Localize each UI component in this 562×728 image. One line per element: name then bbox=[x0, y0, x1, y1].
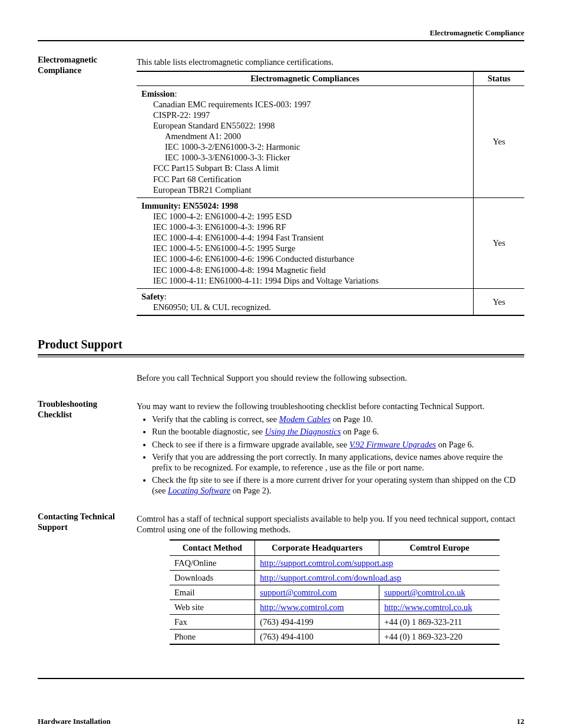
troubleshoot-intro: You may want to review the following tro… bbox=[137, 401, 524, 411]
section-heading-support: Product Support bbox=[38, 337, 524, 352]
troubleshoot-item: Verify that the cabling is correct, see … bbox=[152, 414, 524, 424]
link-email-hq[interactable]: support@comtrol.com bbox=[260, 588, 337, 597]
link-modem-cables[interactable]: Modem Cables bbox=[279, 414, 330, 424]
contact-intro: Comtrol has a staff of technical support… bbox=[137, 513, 524, 535]
contact-table: Contact Method Corporate Headquarters Co… bbox=[170, 539, 500, 645]
troubleshoot-item: Check to see if there is a firmware upgr… bbox=[152, 439, 524, 450]
footer-left: Hardware Installation bbox=[38, 717, 111, 726]
em-row-immunity-status: Yes bbox=[474, 197, 525, 288]
side-heading-troubleshoot: Troubleshooting Checklist bbox=[38, 398, 137, 420]
contact-head-eu: Comtrol Europe bbox=[379, 540, 500, 555]
contact-head-method: Contact Method bbox=[170, 540, 255, 555]
support-intro: Before you call Technical Support you sh… bbox=[137, 373, 524, 383]
link-locating-software[interactable]: Locating Software bbox=[168, 486, 230, 495]
table-row: Phone (763) 494-4100 +44 (0) 1 869-323-2… bbox=[170, 630, 500, 645]
contact-web-label: Web site bbox=[170, 599, 255, 614]
troubleshoot-item: Verify that you are addressing the port … bbox=[152, 452, 524, 473]
em-row-emission-status: Yes bbox=[474, 85, 525, 197]
link-firmware-upgrades[interactable]: V.92 Firmware Upgrades bbox=[349, 440, 436, 449]
troubleshoot-item: Run the bootable diagnostic, see Using t… bbox=[152, 426, 524, 437]
contact-faq-label: FAQ/Online bbox=[170, 555, 255, 570]
troubleshoot-list: Verify that the cabling is correct, see … bbox=[137, 414, 524, 496]
footer-rule bbox=[38, 678, 524, 679]
contact-fax-eu: +44 (0) 1 869-323-211 bbox=[379, 615, 500, 630]
table-row: Fax (763) 494-4199 +44 (0) 1 869-323-211 bbox=[170, 615, 500, 630]
table-row: Downloads http://support.comtrol.com/dow… bbox=[170, 570, 500, 585]
em-row-emission: Emission: Canadian EMC requirements ICES… bbox=[137, 85, 474, 197]
link-web-hq[interactable]: http://www.comtrol.com bbox=[260, 602, 343, 612]
link-email-eu[interactable]: support@comtrol.co.uk bbox=[384, 588, 465, 597]
em-row-safety: Safety: EN60950; UL & CUL recognized. bbox=[137, 288, 474, 315]
footer-page-number: 12 bbox=[517, 717, 524, 726]
troubleshoot-item: Check the ftp site to see if there is a … bbox=[152, 475, 524, 496]
section-rule-thin bbox=[38, 357, 524, 357]
table-row: FAQ/Online http://support.comtrol.com/su… bbox=[170, 555, 500, 570]
em-intro: This table lists electromagnetic complia… bbox=[137, 57, 524, 67]
section-rule-thick bbox=[38, 354, 524, 355]
link-web-eu[interactable]: http://www.comtrol.co.uk bbox=[384, 602, 472, 612]
em-compliance-table: Electromagnetic Compliances Status Emiss… bbox=[137, 71, 524, 316]
em-header-compliances: Electromagnetic Compliances bbox=[137, 71, 474, 85]
contact-phone-eu: +44 (0) 1 869-323-220 bbox=[379, 630, 500, 645]
header-rule bbox=[38, 40, 524, 41]
contact-fax-hq: (763) 494-4199 bbox=[255, 615, 379, 630]
side-heading-contact: Contacting Technical Support bbox=[38, 511, 137, 532]
link-using-diagnostics[interactable]: Using the Diagnostics bbox=[265, 427, 341, 436]
side-heading-em: Electromagnetic Compliance bbox=[38, 54, 137, 75]
em-row-safety-status: Yes bbox=[474, 288, 525, 315]
table-row: Web site http://www.comtrol.com http://w… bbox=[170, 599, 500, 614]
em-row-immunity: Immunity: EN55024: 1998 IEC 1000-4-2: EN… bbox=[137, 197, 474, 288]
link-faq[interactable]: http://support.comtrol.com/support.asp bbox=[260, 558, 393, 568]
contact-phone-label: Phone bbox=[170, 630, 255, 645]
contact-phone-hq: (763) 494-4100 bbox=[255, 630, 379, 645]
contact-downloads-label: Downloads bbox=[170, 570, 255, 585]
contact-email-label: Email bbox=[170, 585, 255, 599]
table-row: Email support@comtrol.com support@comtro… bbox=[170, 585, 500, 599]
contact-fax-label: Fax bbox=[170, 615, 255, 630]
em-header-status: Status bbox=[474, 71, 525, 85]
contact-head-hq: Corporate Headquarters bbox=[255, 540, 379, 555]
running-header: Electromagnetic Compliance bbox=[38, 28, 524, 38]
link-downloads[interactable]: http://support.comtrol.com/download.asp bbox=[260, 573, 401, 582]
